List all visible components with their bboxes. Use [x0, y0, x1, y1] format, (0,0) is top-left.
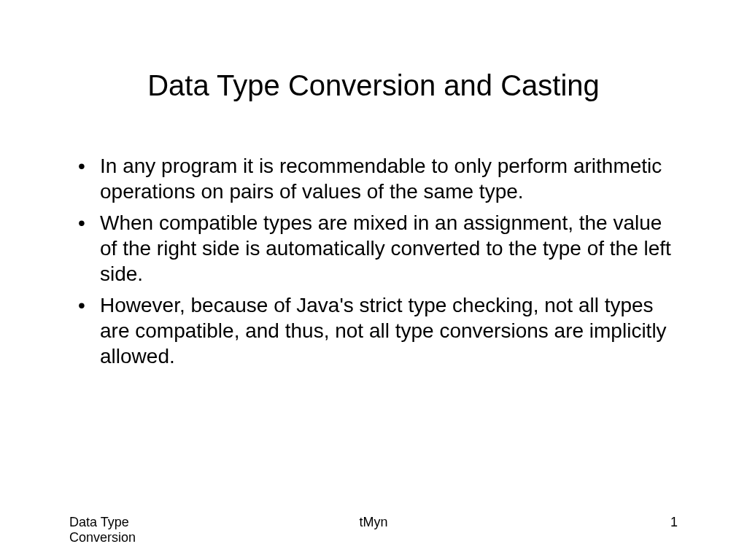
bullet-item: When compatible types are mixed in an as… — [100, 210, 678, 287]
footer-center: tMyn — [359, 515, 387, 545]
bullet-item: However, because of Java's strict type c… — [100, 292, 678, 369]
bullet-item: In any program it is recommendable to on… — [100, 153, 678, 204]
slide: Data Type Conversion and Casting In any … — [0, 0, 747, 560]
slide-title: Data Type Conversion and Casting — [69, 69, 678, 102]
slide-content: In any program it is recommendable to on… — [69, 153, 678, 560]
slide-footer: Data Type Conversion tMyn 1 — [0, 515, 747, 545]
footer-right: 1 — [568, 515, 678, 545]
footer-left: Data Type Conversion — [69, 515, 179, 545]
bullet-list: In any program it is recommendable to on… — [69, 153, 678, 369]
